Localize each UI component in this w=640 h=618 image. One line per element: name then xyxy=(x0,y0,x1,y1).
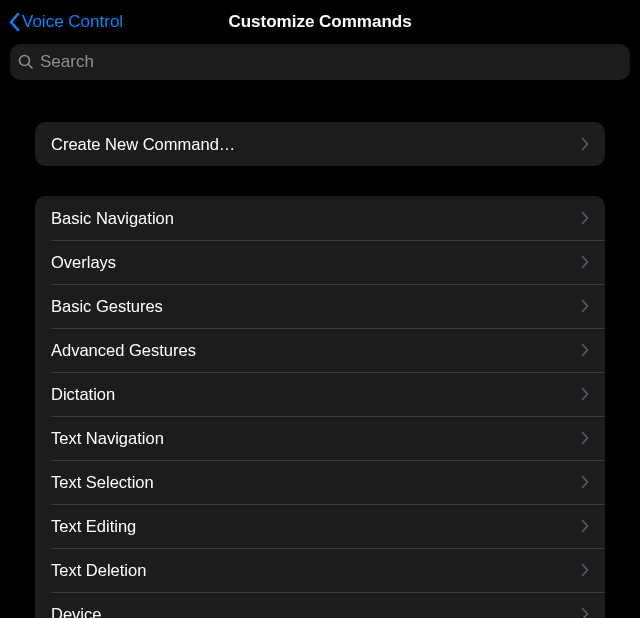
svg-line-1 xyxy=(28,64,32,68)
category-label: Text Editing xyxy=(51,517,136,536)
chevron-right-icon xyxy=(581,607,589,618)
category-row-overlays[interactable]: Overlays xyxy=(35,240,605,284)
chevron-right-icon xyxy=(581,475,589,489)
header: Voice Control Customize Commands xyxy=(0,0,640,44)
category-label: Dictation xyxy=(51,385,115,404)
category-row-dictation[interactable]: Dictation xyxy=(35,372,605,416)
search-icon xyxy=(18,54,34,70)
page-title: Customize Commands xyxy=(228,12,411,32)
chevron-right-icon xyxy=(581,431,589,445)
chevron-right-icon xyxy=(581,299,589,313)
category-label: Overlays xyxy=(51,253,116,272)
category-row-text-editing[interactable]: Text Editing xyxy=(35,504,605,548)
chevron-right-icon xyxy=(581,563,589,577)
chevron-right-icon xyxy=(581,255,589,269)
category-row-advanced-gestures[interactable]: Advanced Gestures xyxy=(35,328,605,372)
category-row-text-deletion[interactable]: Text Deletion xyxy=(35,548,605,592)
chevron-right-icon xyxy=(581,211,589,225)
chevron-left-icon xyxy=(8,12,20,32)
chevron-right-icon xyxy=(581,387,589,401)
category-label: Device xyxy=(51,605,101,619)
category-row-basic-gestures[interactable]: Basic Gestures xyxy=(35,284,605,328)
categories-group: Basic NavigationOverlaysBasic GesturesAd… xyxy=(35,196,605,618)
category-row-text-navigation[interactable]: Text Navigation xyxy=(35,416,605,460)
category-label: Basic Navigation xyxy=(51,209,174,228)
back-button-label: Voice Control xyxy=(22,12,123,32)
search-input[interactable] xyxy=(40,52,622,72)
category-label: Basic Gestures xyxy=(51,297,163,316)
category-label: Advanced Gestures xyxy=(51,341,196,360)
chevron-right-icon xyxy=(581,343,589,357)
create-new-command-label: Create New Command… xyxy=(51,135,235,154)
back-button[interactable]: Voice Control xyxy=(8,0,123,44)
chevron-right-icon xyxy=(581,519,589,533)
category-label: Text Deletion xyxy=(51,561,146,580)
category-label: Text Selection xyxy=(51,473,154,492)
category-row-basic-navigation[interactable]: Basic Navigation xyxy=(35,196,605,240)
search-bar[interactable] xyxy=(10,44,630,80)
category-row-text-selection[interactable]: Text Selection xyxy=(35,460,605,504)
category-label: Text Navigation xyxy=(51,429,164,448)
category-row-device[interactable]: Device xyxy=(35,592,605,618)
chevron-right-icon xyxy=(581,137,589,151)
create-command-group: Create New Command… xyxy=(35,122,605,166)
create-new-command-row[interactable]: Create New Command… xyxy=(35,122,605,166)
